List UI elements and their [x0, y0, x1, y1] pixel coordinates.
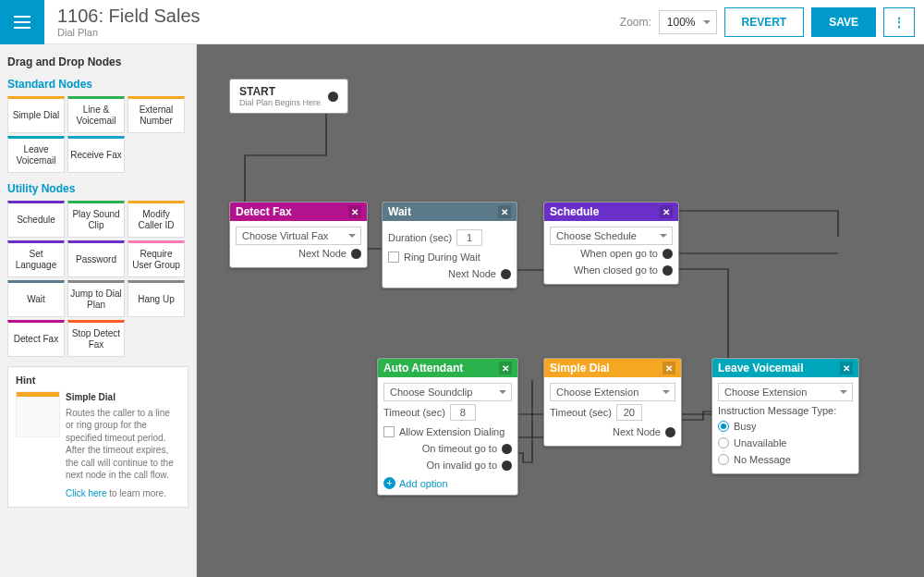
detect-fax-node[interactable]: Detect Fax✕ Choose Virtual Fax Next Node [229, 202, 368, 268]
close-icon[interactable]: ✕ [348, 205, 361, 218]
start-node[interactable]: START Dial Plan Begins Here [229, 79, 348, 114]
schedule-select[interactable]: Choose Schedule [550, 227, 673, 245]
close-icon[interactable]: ✕ [660, 205, 673, 218]
virtual-fax-select[interactable]: Choose Virtual Fax [236, 227, 361, 245]
palette-node[interactable]: Jump to Dial Plan [67, 280, 125, 317]
hint-box: Hint Simple Dial Routes the caller to a … [7, 366, 188, 508]
save-button[interactable]: SAVE [811, 7, 876, 37]
title-block: 1106: Field Sales Dial Plan [44, 6, 620, 38]
hint-title: Simple Dial [66, 391, 180, 404]
closed-port[interactable] [663, 265, 673, 276]
invalid-port[interactable] [502, 460, 512, 471]
timeout-input[interactable]: 8 [450, 404, 476, 421]
vm-extension-select[interactable]: Choose Extension [718, 383, 853, 401]
utility-nodes-heading: Utility Nodes [7, 182, 188, 195]
more-button[interactable]: ⋮ [883, 7, 915, 37]
revert-button[interactable]: REVERT [724, 7, 805, 37]
palette-node[interactable]: Schedule [7, 201, 65, 238]
palette-node[interactable]: Hang Up [128, 280, 185, 317]
hint-heading: Hint [16, 374, 180, 386]
palette-node[interactable]: Receive Fax [67, 136, 125, 173]
menu-button[interactable] [0, 0, 44, 44]
start-port[interactable] [328, 92, 338, 102]
palette-node[interactable]: Set Language [7, 240, 65, 277]
simple-dial-node[interactable]: Simple Dial✕ Choose Extension Timeout (s… [543, 358, 682, 447]
open-port[interactable] [663, 249, 673, 259]
palette-node[interactable]: External Number [128, 96, 185, 133]
palette-node[interactable]: Stop Detect Fax [67, 320, 125, 357]
radio-option[interactable] [718, 421, 729, 432]
start-title: START [239, 85, 321, 98]
connection-wires [197, 44, 924, 577]
timeout-input[interactable]: 20 [616, 404, 642, 421]
zoom-select[interactable]: 100% [659, 10, 717, 34]
schedule-node[interactable]: Schedule✕ Choose Schedule When open go t… [543, 202, 679, 285]
timeout-port[interactable] [502, 444, 512, 454]
radio-option[interactable] [718, 437, 729, 448]
palette-node[interactable]: Modify Caller ID [128, 201, 185, 238]
top-bar: 1106: Field Sales Dial Plan Zoom: 100% R… [0, 0, 924, 44]
palette-node[interactable]: Wait [7, 280, 65, 317]
add-option-button[interactable]: +Add option [383, 477, 512, 489]
plus-icon: + [383, 477, 395, 489]
canvas[interactable]: START Dial Plan Begins Here Detect Fax✕ … [197, 44, 924, 577]
wait-node[interactable]: Wait✕ Duration (sec)1 Ring During Wait N… [382, 202, 517, 288]
palette-node[interactable]: Play Sound Clip [67, 201, 125, 238]
close-icon[interactable]: ✕ [499, 362, 512, 374]
start-subtitle: Dial Plan Begins Here [239, 98, 321, 107]
kebab-icon: ⋮ [894, 16, 905, 29]
extension-select[interactable]: Choose Extension [550, 383, 675, 401]
sidebar-title: Drag and Drop Nodes [7, 55, 188, 68]
close-icon[interactable]: ✕ [840, 362, 853, 374]
palette-node[interactable]: Detect Fax [7, 320, 65, 357]
palette-node[interactable]: Simple Dial [7, 96, 65, 133]
soundclip-select[interactable]: Choose Soundclip [383, 383, 512, 401]
instruction-label: Instruction Message Type: [718, 405, 853, 416]
close-icon[interactable]: ✕ [498, 205, 511, 218]
page-subtitle: Dial Plan [57, 27, 607, 38]
next-port[interactable] [665, 427, 675, 437]
leave-voicemail-node[interactable]: Leave Voicemail✕ Choose Extension Instru… [711, 358, 859, 474]
hint-body-text: Routes the caller to a line or ring grou… [66, 408, 174, 481]
palette-node[interactable]: Line & Voicemail [67, 96, 125, 133]
hint-thumbnail [16, 391, 60, 437]
allow-ext-checkbox[interactable] [383, 426, 395, 437]
palette-node[interactable]: Require User Group [128, 240, 185, 277]
close-icon[interactable]: ✕ [663, 362, 675, 374]
ring-checkbox[interactable] [388, 252, 399, 263]
palette-node[interactable]: Password [67, 240, 125, 277]
page-title: 1106: Field Sales [57, 6, 607, 27]
auto-attendant-node[interactable]: Auto Attendant✕ Choose Soundclip Timeout… [377, 358, 518, 496]
palette-node[interactable]: Leave Voicemail [7, 136, 65, 173]
zoom-label: Zoom: [620, 16, 651, 29]
sidebar: Drag and Drop Nodes Standard Nodes Simpl… [0, 44, 197, 577]
hamburger-icon [14, 16, 30, 29]
next-port[interactable] [501, 269, 511, 279]
next-port[interactable] [351, 249, 361, 259]
duration-input[interactable]: 1 [456, 229, 482, 246]
radio-option[interactable] [718, 454, 729, 465]
standard-nodes-heading: Standard Nodes [7, 78, 188, 91]
hint-learn-more-link[interactable]: Click here to learn more. [66, 487, 180, 500]
